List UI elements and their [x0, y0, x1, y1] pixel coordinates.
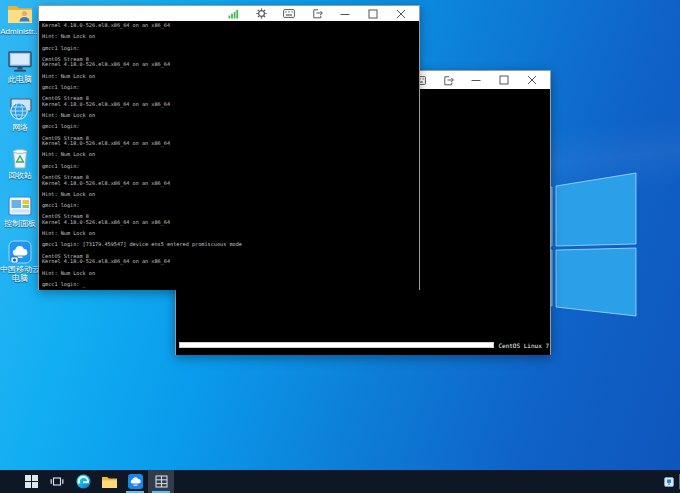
file-explorer-button[interactable] [96, 470, 122, 493]
boot-progress-bar [179, 342, 494, 348]
send-keys-icon[interactable] [311, 8, 323, 20]
control-panel-icon [7, 194, 33, 218]
desktop-icon-cloud-pc[interactable]: 中国移动云电脑 [0, 240, 40, 283]
signal-strength-icon [227, 8, 239, 20]
boot-progress-row: CentOS Linux 7 [179, 341, 549, 349]
administrator-folder-icon [7, 2, 33, 26]
tray-app-icon[interactable] [664, 473, 674, 491]
desktop-icon-this-pc[interactable]: 此电脑 [0, 50, 40, 84]
window1-titlebar[interactable] [39, 6, 419, 21]
minimize-icon[interactable] [339, 8, 351, 20]
desktop-icon-label: 此电脑 [8, 75, 32, 84]
close-icon[interactable] [526, 74, 538, 86]
settings-gear-icon[interactable] [255, 8, 267, 20]
vm-console-window-1: Kernel 4.18.0-526.el8.x86_64 on an x86_6… [38, 5, 420, 290]
desktop-wallpaper: Administr... 此电脑 [0, 0, 680, 493]
this-pc-icon [7, 50, 33, 74]
cloud-pc-icon [7, 240, 33, 264]
recycle-bin-icon [7, 146, 33, 170]
desktop-icon-label: 中国移动云电脑 [0, 265, 40, 283]
network-icon [7, 98, 33, 122]
desktop-icon-control-panel[interactable]: 控制面板 [0, 194, 40, 228]
system-tray [664, 470, 674, 493]
maximize-icon[interactable] [498, 74, 510, 86]
desktop-icon-network[interactable]: 网络 [0, 98, 40, 132]
keyboard-icon[interactable] [283, 8, 295, 20]
edge-browser-button[interactable] [70, 470, 96, 493]
desktop-icon-recycle-bin[interactable]: 回收站 [0, 146, 40, 180]
desktop-icon-label: Administr... [0, 27, 40, 36]
desktop-icon-label: 回收站 [8, 171, 32, 180]
desktop-icon-administrator[interactable]: Administr... [0, 2, 40, 36]
windows-wallpaper-logo [540, 165, 645, 325]
send-keys-icon[interactable] [442, 74, 454, 86]
maximize-icon[interactable] [367, 8, 379, 20]
cloud-pc-app-button[interactable] [122, 470, 148, 493]
vm-console-app-button[interactable] [148, 470, 174, 493]
window1-terminal-text: Kernel 4.18.0-526.el8.x86_64 on an x86_6… [39, 21, 419, 287]
desktop-icon-label: 网络 [12, 123, 28, 132]
window1-console-screen[interactable]: Kernel 4.18.0-526.el8.x86_64 on an x86_6… [39, 21, 419, 290]
close-icon[interactable] [395, 8, 407, 20]
minimize-icon[interactable] [470, 74, 482, 86]
start-button[interactable] [18, 470, 44, 493]
desktop-icon-label: 控制面板 [4, 219, 36, 228]
task-view-button[interactable] [44, 470, 70, 493]
boot-os-label: CentOS Linux 7 [498, 342, 549, 349]
taskbar [0, 470, 680, 493]
